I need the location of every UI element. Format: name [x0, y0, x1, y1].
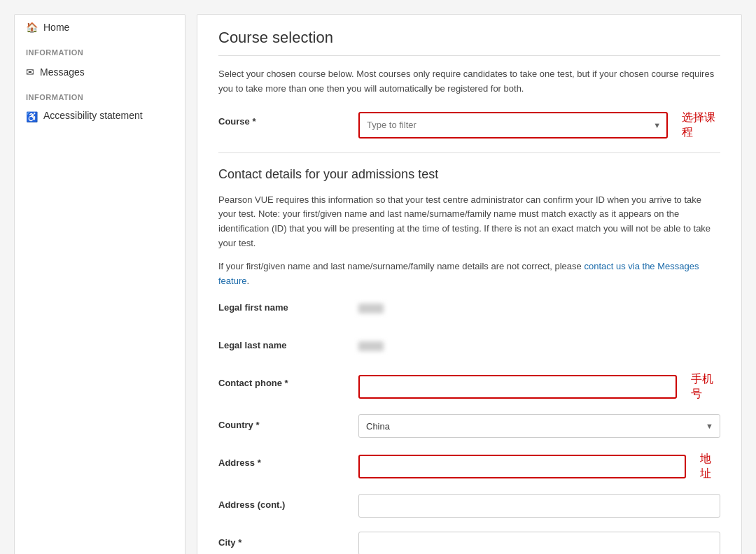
legal-last-name-label: Legal last name: [218, 334, 358, 350]
contact-phone-label: Contact phone *: [218, 372, 358, 388]
sidebar-item-messages[interactable]: ✉ Messages: [15, 59, 185, 85]
sidebar: 🏠 Home INFORMATION ✉ Messages INFORMATIO…: [14, 14, 186, 554]
legal-last-name-value: [358, 341, 384, 351]
course-filter-input[interactable]: [358, 112, 668, 138]
country-group: Country * China United States United Kin…: [218, 414, 720, 439]
legal-last-name-group: Legal last name: [218, 334, 720, 360]
city-group: City *: [218, 532, 720, 554]
sidebar-home-label: Home: [43, 22, 69, 33]
page-title: Course selection: [218, 29, 720, 56]
course-select-wrapper: [358, 112, 668, 138]
legal-first-name-label: Legal first name: [218, 297, 358, 313]
sidebar-section-info-2: INFORMATION: [15, 85, 185, 104]
address-cont-label: Address (cont.): [218, 494, 358, 510]
sidebar-item-accessibility[interactable]: ♿ Accessibility statement: [15, 104, 185, 128]
address-group: Address * 地址: [218, 452, 720, 481]
address-cont-input[interactable]: [358, 494, 720, 518]
sidebar-section-info-1: INFORMATION: [15, 40, 185, 59]
country-select-wrapper: China United States United Kingdom Other: [358, 414, 720, 438]
course-annotation: 选择课程: [682, 111, 720, 140]
city-label: City *: [218, 532, 358, 548]
contact-section-title: Contact details for your admissions test: [218, 167, 720, 182]
contact-phone-input[interactable]: [358, 375, 677, 399]
phone-annotation: 手机号: [691, 372, 720, 402]
address-label: Address *: [218, 452, 358, 468]
main-content: Course selection Select your chosen cour…: [197, 14, 742, 554]
legal-first-name-group: Legal first name: [218, 297, 720, 322]
messages-icon: ✉: [26, 66, 34, 78]
course-row: Course * 选择课程: [218, 111, 720, 140]
sidebar-messages-label: Messages: [40, 66, 85, 78]
contact-desc-2: If your first/given name and last name/s…: [218, 260, 720, 289]
address-cont-group: Address (cont.): [218, 494, 720, 519]
country-select[interactable]: China United States United Kingdom Other: [358, 414, 720, 438]
address-annotation: 地址: [700, 452, 720, 481]
section-divider-1: [218, 152, 720, 153]
contact-phone-group: Contact phone * 手机号: [218, 372, 720, 402]
contact-desc-1: Pearson VUE requires this information so…: [218, 193, 720, 251]
home-icon: 🏠: [26, 22, 38, 33]
legal-first-name-value: [358, 304, 384, 313]
sidebar-item-home[interactable]: 🏠 Home: [15, 15, 185, 40]
city-input[interactable]: [358, 532, 720, 554]
course-label: Course *: [218, 116, 358, 127]
accessibility-icon: ♿: [26, 111, 38, 122]
address-input[interactable]: [358, 455, 686, 478]
sidebar-accessibility-label: Accessibility statement: [43, 110, 143, 121]
contact-desc-2-before: If your first/given name and last name/s…: [218, 261, 584, 271]
country-label: Country *: [218, 414, 358, 430]
course-description: Select your chosen course below. Most co…: [218, 67, 720, 97]
contact-desc-2-after: .: [246, 276, 249, 286]
